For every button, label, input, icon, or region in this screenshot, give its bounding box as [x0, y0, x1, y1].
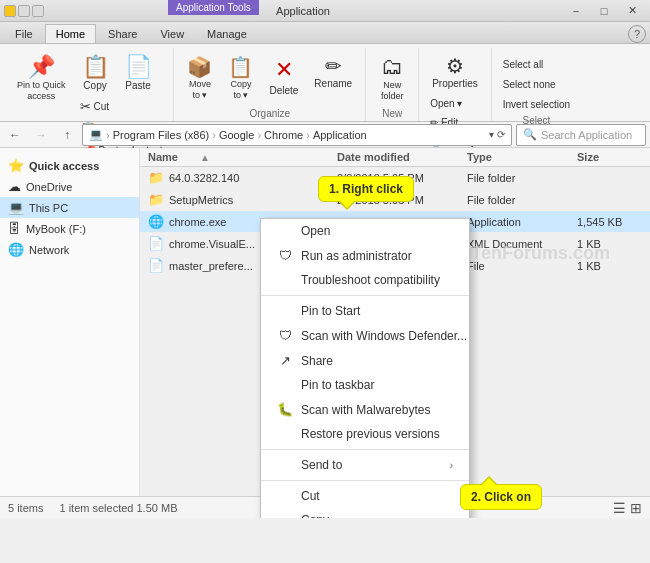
copy-to-button[interactable]: 📋 Copyto ▾ — [221, 52, 260, 104]
large-icons-view-button[interactable]: ⊞ — [630, 500, 642, 516]
search-bar[interactable]: 🔍 Search Application — [516, 124, 646, 146]
ctx-pin-start[interactable]: Pin to Start — [261, 299, 469, 323]
paste-icon: 📄 — [125, 56, 152, 78]
organize-content: 📦 Moveto ▾ 📋 Copyto ▾ ✕ Delete ✏ Rename — [180, 48, 359, 106]
tab-file[interactable]: File — [4, 24, 44, 43]
minimize-button[interactable]: − — [562, 0, 590, 22]
ctx-copy[interactable]: Copy — [261, 508, 469, 518]
ctx-defender-label: Scan with Windows Defender... — [301, 329, 467, 343]
file-name-0: 📁 64.0.3282.140 — [148, 170, 337, 185]
nav-bar: ← → ↑ 💻 › Program Files (x86) › Google ›… — [0, 122, 650, 148]
ctx-sep-1 — [261, 295, 469, 296]
quick-access-icon: ⭐ — [8, 158, 24, 173]
this-pc-icon: 💻 — [8, 200, 24, 215]
file-size-3: 1 KB — [577, 238, 642, 250]
properties-label: Properties — [432, 78, 478, 89]
pin-label: Pin to Quickaccess — [17, 80, 66, 102]
ctx-cut[interactable]: Cut — [261, 484, 469, 508]
chrome-icon: 🌐 — [148, 214, 164, 229]
ctx-malwarebytes-label: Scan with Malwarebytes — [301, 403, 430, 417]
copy-to-label: Copyto ▾ — [230, 79, 251, 101]
tab-view[interactable]: View — [149, 24, 195, 43]
select-all-label: Select all — [503, 59, 544, 70]
open-dropdown-button[interactable]: Open ▾ — [425, 95, 485, 112]
file-type-0: File folder — [467, 172, 577, 184]
ctx-sep-3 — [261, 480, 469, 481]
file-icon-4: 📄 — [148, 258, 164, 273]
ctx-scan-malwarebytes[interactable]: 🐛 Scan with Malwarebytes — [261, 397, 469, 422]
callout-click-on: 2. Click on — [460, 484, 542, 510]
this-pc-label: This PC — [29, 202, 68, 214]
invert-selection-button[interactable]: Invert selection — [498, 96, 575, 113]
sidebar-item-onedrive[interactable]: ☁ OneDrive — [0, 176, 139, 197]
move-to-label: Moveto ▾ — [189, 79, 211, 101]
file-size-2: 1,545 KB — [577, 216, 642, 228]
sidebar-item-quick-access[interactable]: ⭐ Quick access — [0, 152, 139, 176]
pin-icon: 📌 — [28, 56, 55, 78]
window-icon-3 — [32, 5, 44, 17]
tab-home[interactable]: Home — [45, 24, 96, 43]
ctx-malwarebytes-icon: 🐛 — [277, 402, 293, 417]
help-button[interactable]: ? — [628, 25, 646, 43]
select-none-button[interactable]: Select none — [498, 76, 575, 93]
callout-right-click: 1. Right click — [318, 176, 414, 202]
ctx-share[interactable]: ↗ Share — [261, 348, 469, 373]
open-group: ⚙ Properties Open ▾ ✏ Edit 🕐 History Ope… — [419, 48, 492, 121]
ctx-pin-taskbar[interactable]: Pin to taskbar — [261, 373, 469, 397]
up-button[interactable]: ↑ — [56, 124, 78, 146]
onedrive-label: OneDrive — [26, 181, 72, 193]
delete-button[interactable]: ✕ Delete — [262, 52, 305, 101]
open-btn-label: Open ▾ — [430, 98, 462, 109]
ctx-open-label: Open — [301, 224, 330, 238]
details-view-button[interactable]: ☰ — [613, 500, 626, 516]
ctx-run-as-admin[interactable]: 🛡 Run as administrator — [261, 243, 469, 268]
copy-button[interactable]: 📋 Copy — [75, 52, 116, 95]
maximize-button[interactable]: □ — [590, 0, 618, 22]
ctx-restore-versions[interactable]: Restore previous versions — [261, 422, 469, 446]
address-bar[interactable]: 💻 › Program Files (x86) › Google › Chrom… — [82, 124, 512, 146]
ctx-admin-icon: 🛡 — [277, 248, 293, 263]
new-folder-icon: 🗂 — [381, 56, 403, 78]
search-icon: 🔍 — [523, 128, 537, 141]
back-button[interactable]: ← — [4, 124, 26, 146]
address-refresh-icon: ⟳ — [497, 129, 505, 140]
ctx-restore-label: Restore previous versions — [301, 427, 440, 441]
sidebar-item-mybook[interactable]: 🗄 MyBook (F:) — [0, 218, 139, 239]
address-part-4: Application — [313, 129, 367, 141]
properties-button[interactable]: ⚙ Properties — [425, 52, 485, 93]
network-label: Network — [29, 244, 69, 256]
ctx-send-to[interactable]: Send to › — [261, 453, 469, 477]
pin-quick-access-button[interactable]: 📌 Pin to Quickaccess — [10, 52, 73, 106]
tab-share[interactable]: Share — [97, 24, 148, 43]
folder-icon-1: 📁 — [148, 192, 164, 207]
clipboard-group: 📌 Pin to Quickaccess 📋 Copy 📄 Paste — [4, 48, 174, 121]
paste-button[interactable]: 📄 Paste — [118, 52, 159, 95]
ctx-scan-defender[interactable]: 🛡 Scan with Windows Defender... — [261, 323, 469, 348]
ctx-troubleshoot[interactable]: Troubleshoot compatibility — [261, 268, 469, 292]
new-folder-button[interactable]: 🗂 Newfolder — [372, 52, 412, 106]
organize-group: 📦 Moveto ▾ 📋 Copyto ▾ ✕ Delete ✏ Rename … — [174, 48, 366, 121]
address-part-1: Program Files (x86) — [113, 129, 210, 141]
address-part-3: Chrome — [264, 129, 303, 141]
file-name-1: 📁 SetupMetrics — [148, 192, 337, 207]
close-button[interactable]: ✕ — [618, 0, 646, 22]
search-placeholder: Search Application — [541, 129, 632, 141]
address-part-2: Google — [219, 129, 254, 141]
context-menu: Open 🛡 Run as administrator Troubleshoot… — [260, 218, 470, 518]
cut-button[interactable]: ✂ Cut — [75, 96, 168, 117]
move-to-button[interactable]: 📦 Moveto ▾ — [180, 52, 219, 104]
forward-button[interactable]: → — [30, 124, 52, 146]
select-all-button[interactable]: Select all — [498, 56, 575, 73]
copy-icon: 📋 — [82, 56, 109, 78]
cut-label: Cut — [94, 101, 110, 112]
rename-icon: ✏ — [325, 56, 342, 76]
select-buttons: Select all Select none Invert selection — [498, 52, 575, 113]
tab-manage[interactable]: Manage — [196, 24, 258, 43]
window-controls: − □ ✕ — [562, 0, 646, 22]
sidebar-item-network[interactable]: 🌐 Network — [0, 239, 139, 260]
sidebar-item-this-pc[interactable]: 💻 This PC — [0, 197, 139, 218]
ctx-open[interactable]: Open — [261, 219, 469, 243]
window-icons — [4, 5, 44, 17]
rename-button[interactable]: ✏ Rename — [307, 52, 359, 93]
right-panel-wrapper: TenForums.com Name Date modified Type Si… — [140, 148, 650, 518]
